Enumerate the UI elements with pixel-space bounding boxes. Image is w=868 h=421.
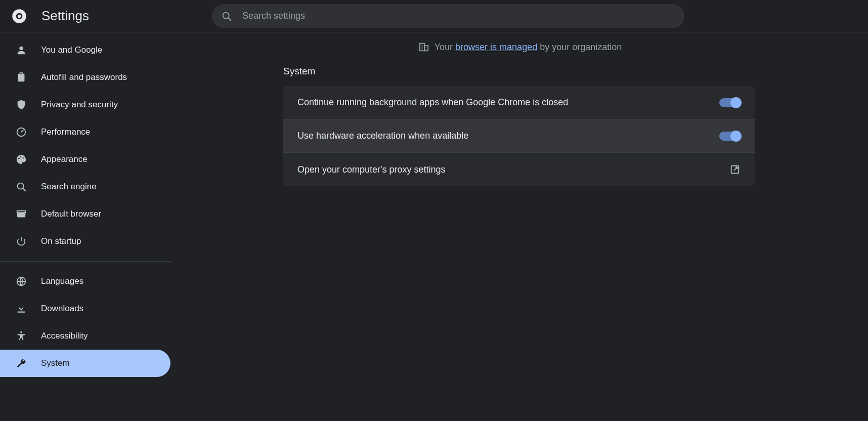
svg-rect-15 [17, 211, 26, 213]
svg-rect-20 [424, 46, 428, 51]
sidebar-item-label: Performance [41, 127, 90, 137]
shield-icon [16, 99, 27, 110]
svg-point-2 [18, 14, 21, 18]
sidebar-item-label: System [41, 358, 70, 368]
search-container [212, 4, 684, 28]
sidebar-item-appearance[interactable]: Appearance [0, 146, 172, 173]
svg-rect-7 [20, 73, 23, 75]
main: Your browser is managed by your organiza… [172, 32, 868, 421]
managed-banner: Your browser is managed by your organiza… [172, 41, 868, 53]
sidebar-item-accessibility[interactable]: Accessibility [0, 322, 172, 350]
sidebar-item-autofill[interactable]: Autofill and passwords [0, 64, 172, 91]
svg-point-12 [18, 183, 24, 189]
row-label: Open your computer's proxy settings [297, 164, 446, 175]
globe-icon [16, 276, 27, 287]
svg-line-4 [229, 18, 231, 20]
palette-icon [16, 154, 27, 165]
section-title: System [283, 66, 868, 77]
header: Settings [0, 0, 868, 32]
person-icon [16, 45, 27, 56]
svg-point-5 [19, 47, 23, 50]
sidebar-item-languages[interactable]: Languages [0, 268, 172, 295]
svg-point-11 [22, 157, 23, 158]
page-title: Settings [41, 8, 89, 24]
sidebar-item-search-engine[interactable]: Search engine [0, 173, 172, 200]
search-box[interactable] [212, 4, 684, 28]
sidebar-item-label: Privacy and security [41, 100, 118, 110]
row-background-apps: Continue running background apps when Go… [283, 86, 755, 119]
sidebar-item-label: You and Google [41, 45, 102, 55]
wrench-icon [16, 358, 27, 369]
managed-text: Your browser is managed by your organiza… [435, 42, 622, 53]
sidebar: You and Google Autofill and passwords Pr… [0, 32, 172, 421]
sidebar-item-privacy[interactable]: Privacy and security [0, 91, 172, 118]
external-link-icon [729, 164, 741, 175]
settings-card: Continue running background apps when Go… [283, 86, 755, 186]
sidebar-item-label: Languages [41, 276, 83, 286]
sidebar-item-label: Accessibility [41, 331, 88, 341]
row-label: Continue running background apps when Go… [297, 97, 568, 108]
svg-point-3 [223, 12, 229, 18]
sidebar-item-label: Search engine [41, 182, 97, 192]
sidebar-item-you-and-google[interactable]: You and Google [0, 36, 172, 64]
divider [0, 261, 172, 262]
clipboard-icon [16, 72, 27, 83]
chrome-logo-icon [11, 8, 27, 24]
speed-icon [16, 127, 27, 138]
sidebar-item-label: Autofill and passwords [41, 72, 127, 82]
sidebar-item-label: Downloads [41, 304, 83, 314]
power-icon [16, 236, 27, 247]
svg-point-10 [20, 156, 21, 157]
svg-point-9 [18, 158, 19, 159]
row-proxy-settings[interactable]: Open your computer's proxy settings [283, 153, 755, 186]
row-label: Use hardware acceleration when available [297, 131, 468, 141]
toggle-hardware-acceleration[interactable] [719, 132, 741, 141]
row-hardware-acceleration: Use hardware acceleration when available [283, 119, 755, 153]
sidebar-item-on-startup[interactable]: On startup [0, 228, 172, 255]
svg-rect-17 [18, 312, 25, 313]
browser-icon [16, 208, 27, 220]
download-icon [16, 303, 27, 314]
sidebar-item-default-browser[interactable]: Default browser [0, 200, 172, 228]
svg-rect-19 [419, 44, 424, 51]
search-icon [16, 181, 27, 192]
search-icon [221, 11, 232, 22]
building-icon [418, 41, 429, 53]
sidebar-item-label: Appearance [41, 154, 88, 164]
sidebar-item-label: Default browser [41, 209, 101, 219]
sidebar-item-downloads[interactable]: Downloads [0, 295, 172, 322]
toggle-background-apps[interactable] [719, 98, 741, 107]
svg-line-13 [23, 189, 26, 191]
sidebar-item-label: On startup [41, 236, 81, 246]
managed-link[interactable]: browser is managed [455, 42, 537, 52]
accessibility-icon [16, 330, 27, 342]
sidebar-item-system[interactable]: System [0, 350, 170, 377]
sidebar-item-performance[interactable]: Performance [0, 118, 172, 146]
svg-point-18 [20, 331, 22, 333]
search-input[interactable] [242, 11, 675, 21]
